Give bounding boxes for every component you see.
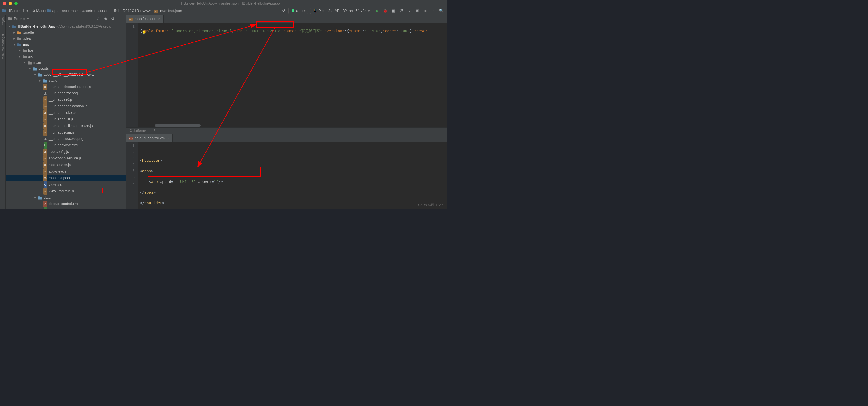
crumb-assets[interactable]: assets: [82, 9, 93, 13]
crumb-www[interactable]: www: [143, 9, 151, 13]
gear-icon[interactable]: ⚙: [110, 16, 116, 22]
phone-icon: 📱: [313, 9, 317, 13]
tree-gradle[interactable]: ▸.gradle: [6, 30, 126, 35]
folder-icon: [8, 17, 12, 21]
close-tab-icon[interactable]: ×: [158, 17, 160, 21]
tree-file[interactable]: __uniappview.html: [6, 142, 126, 148]
tree-dcloud-control[interactable]: dcloud_control.xml: [6, 201, 126, 207]
intention-bulb-icon[interactable]: 💡: [142, 30, 146, 34]
expand-all-icon[interactable]: ⊕: [102, 16, 108, 22]
project-header: Project ▾ ⊙ ⊕ ⚙ —: [6, 15, 126, 23]
tree-file[interactable]: app-config-service.js: [6, 155, 126, 162]
run-toolbar: ↺ app ▾ 📱 Pixel_3a_API_32_arm64-v8a ▾ ▶ …: [280, 8, 444, 14]
tree-data[interactable]: ▾data: [6, 195, 126, 201]
run-config-label: app: [296, 9, 303, 13]
tree-file[interactable]: view.css: [6, 181, 126, 188]
chevron-down-icon: ▾: [368, 9, 370, 13]
tree-libs[interactable]: ▸libs: [6, 48, 126, 54]
tree-apps-row[interactable]: ▾ apps.__UNI__D912C1B.www: [6, 72, 126, 78]
tab-label: manifest.json: [134, 17, 156, 21]
debug-icon[interactable]: 🐞: [382, 8, 389, 14]
tree-root[interactable]: ▾ HBuilder-HelloUniApp ~/Downloads/lates…: [6, 24, 126, 30]
stop-icon[interactable]: ■: [422, 8, 429, 14]
tree-assets[interactable]: ▾assets: [6, 66, 126, 72]
breadcrumb[interactable]: HBuilder-HelloUniApp › app › src › main …: [2, 9, 279, 13]
tree-file[interactable]: __uniappquillimageresize.js: [6, 123, 126, 129]
crumb-platforms[interactable]: @platforms: [129, 129, 147, 133]
tree-file[interactable]: view.umd.min.js: [6, 188, 126, 195]
maximize-window-icon[interactable]: [14, 2, 18, 5]
code-area-json[interactable]: {"@platforms":["android","iPhone","iPad"…: [137, 23, 447, 127]
git-icon[interactable]: ⎇: [430, 8, 437, 14]
titlebar: HBuilder-HelloUniApp – manifest.json [HB…: [0, 0, 447, 7]
json-id-value: "__UNI__D912C1B": [245, 29, 281, 33]
editor-area: manifest.json × 1 {"@platforms":["androi…: [126, 15, 447, 209]
resource-manager-tab[interactable]: Resource Manager: [1, 34, 5, 61]
tree-file[interactable]: __uniappopenlocation.js: [6, 103, 126, 110]
coverage-icon[interactable]: ▣: [390, 8, 397, 14]
crumb-file: manifest.json: [154, 9, 182, 13]
tab-manifest[interactable]: manifest.json ×: [126, 15, 163, 23]
tree-file[interactable]: __uniapperror.png: [6, 90, 126, 96]
tree-static[interactable]: ▸static: [6, 78, 126, 84]
editor-top-pane: manifest.json × 1 {"@platforms":["androi…: [126, 15, 447, 134]
minimize-window-icon[interactable]: [9, 2, 12, 5]
tab-label: dcloud_control.xml: [135, 136, 165, 140]
tree-file[interactable]: app-view.js: [6, 168, 126, 175]
left-tool-strip: 1: Project Resource Manager: [0, 15, 6, 209]
line-gutter: 1 2 3 4 5 6 7: [126, 142, 137, 209]
attach-debugger-icon[interactable]: ⛛: [406, 8, 412, 14]
tree-file[interactable]: app-service.js: [6, 162, 126, 168]
tree-app[interactable]: ▾app: [6, 41, 126, 48]
run-config-selector[interactable]: app ▾: [288, 8, 308, 14]
search-icon[interactable]: 🔍: [438, 8, 444, 14]
editor-tabbar-bottom: dcloud_control.xml ×: [126, 134, 447, 142]
chevron-down-icon: ▾: [27, 17, 29, 21]
project-dropdown[interactable]: Project: [14, 17, 25, 21]
tree-main[interactable]: ▾main: [6, 60, 126, 66]
crumb-root: HBuilder-HelloUniApp: [2, 9, 43, 13]
tree-file[interactable]: __uniappscan.js: [6, 129, 126, 136]
tree-file[interactable]: __uniappes6.js: [6, 96, 126, 103]
tree-file-manifest[interactable]: manifest.json: [6, 175, 126, 181]
tree-file[interactable]: __uniapppicker.js: [6, 110, 126, 116]
crumb-main[interactable]: main: [71, 9, 79, 13]
workbench: 1: Project Resource Manager Project ▾ ⊙ …: [0, 15, 447, 209]
project-tree[interactable]: ▾ HBuilder-HelloUniApp ~/Downloads/lates…: [6, 23, 126, 209]
editor-top[interactable]: 1 {"@platforms":["android","iPhone","iPa…: [126, 23, 447, 127]
crumb-index[interactable]: 2: [154, 129, 156, 133]
editor-tabbar-top: manifest.json ×: [126, 15, 447, 23]
sync-icon[interactable]: ↺: [280, 8, 287, 14]
tree-src[interactable]: ▾src: [6, 54, 126, 60]
chevron-right-icon: ›: [45, 9, 46, 13]
run-icon[interactable]: ▶: [374, 8, 380, 14]
device-selector[interactable]: 📱 Pixel_3a_API_32_arm64-v8a ▾: [310, 8, 372, 14]
project-tool-tab[interactable]: 1: Project: [1, 17, 5, 30]
editor-breadcrumb[interactable]: @platforms › 2: [126, 127, 447, 134]
tree-file[interactable]: __uniappquill.js: [6, 116, 126, 123]
crumb-appid[interactable]: __UNI__D912C1B: [108, 9, 139, 13]
crumb-text[interactable]: HBuilder-HelloUniApp: [7, 9, 43, 13]
editor-bottom[interactable]: 1 2 3 4 5 6 7 <hbuilder> <apps> <app app…: [126, 142, 447, 209]
app-inspection-icon[interactable]: ⊞: [414, 8, 421, 14]
tree-file[interactable]: dcloud_error.html: [6, 207, 126, 209]
tree-file[interactable]: app-config.js: [6, 148, 126, 155]
code-area-xml[interactable]: <hbuilder> <apps> <app appid="__UNI__B" …: [137, 142, 447, 209]
crumb-apps[interactable]: apps: [97, 9, 104, 13]
json-file-icon: [129, 17, 133, 21]
tree-file[interactable]: __uniappchooselocation.js: [6, 84, 126, 90]
hide-icon[interactable]: —: [117, 16, 123, 22]
tree-file[interactable]: __uniappsuccess.png: [6, 136, 126, 142]
select-opened-file-icon[interactable]: ⊙: [95, 16, 101, 22]
xml-app-line: <app appid="__UNI__B" appver=""/>: [140, 179, 444, 186]
navigation-bar: HBuilder-HelloUniApp › app › src › main …: [0, 7, 447, 15]
horizontal-scrollbar[interactable]: [155, 124, 200, 127]
window-controls: [3, 2, 18, 5]
close-window-icon[interactable]: [3, 2, 6, 5]
crumb-src[interactable]: src: [62, 9, 67, 13]
close-tab-icon[interactable]: ×: [167, 136, 169, 140]
tab-dcloud-control[interactable]: dcloud_control.xml ×: [126, 134, 173, 142]
tree-appid-label: __UNI__D912C1B: [54, 72, 83, 78]
tree-idea[interactable]: ▸.idea: [6, 35, 126, 41]
profile-icon[interactable]: ⏱: [398, 8, 404, 14]
